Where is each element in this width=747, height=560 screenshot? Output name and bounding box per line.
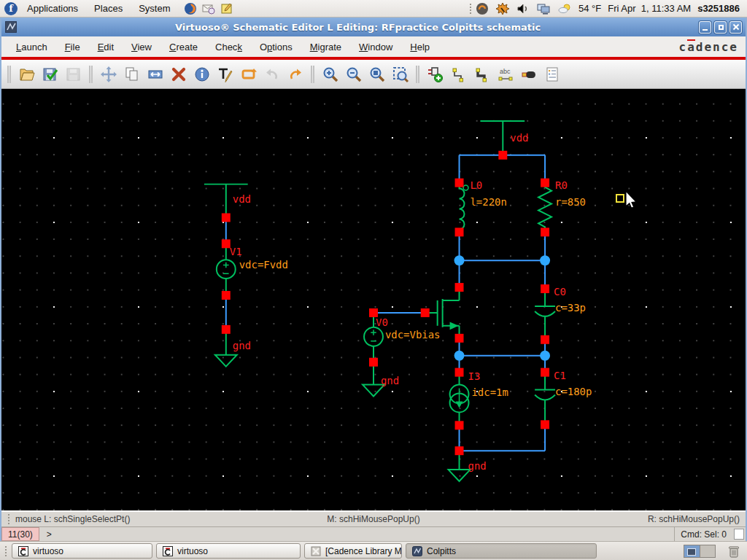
instance-l0[interactable]: L0 l=220n bbox=[460, 179, 507, 233]
zoom-to-area-button[interactable] bbox=[390, 63, 411, 86]
command-counter: 11(30) bbox=[1, 527, 39, 541]
copy-button[interactable] bbox=[121, 63, 143, 86]
nmos-source-arrow bbox=[450, 322, 459, 330]
param-i3: idc=1m bbox=[471, 386, 508, 398]
param-c0: c=33p bbox=[555, 302, 586, 314]
taskbar: virtuoso virtuoso [Cadence Library Man..… bbox=[0, 541, 747, 560]
param-c1: c=180p bbox=[555, 386, 592, 397]
panel-menu-system[interactable]: System bbox=[132, 1, 177, 15]
menu-migrate[interactable]: Migrate bbox=[303, 39, 349, 55]
menu-bar-row: LaunchFileEditViewCreateCheckOptionsMigr… bbox=[1, 36, 746, 57]
command-input[interactable]: > bbox=[39, 527, 675, 541]
zoom-in-button[interactable] bbox=[320, 63, 341, 86]
svg-text:abc: abc bbox=[500, 68, 511, 75]
check-and-save-button[interactable] bbox=[39, 63, 61, 86]
weather-icon[interactable] bbox=[557, 2, 572, 15]
maximize-button[interactable] bbox=[714, 21, 727, 34]
selinux-icon[interactable] bbox=[476, 2, 489, 15]
toolbar-grip[interactable] bbox=[7, 66, 9, 83]
gnd-symbol-left[interactable]: gnd bbox=[215, 330, 251, 367]
toolbar-grip[interactable] bbox=[311, 66, 312, 83]
instance-c1[interactable]: C1 c=180p bbox=[535, 370, 592, 425]
net-label-gnd-main: gnd bbox=[468, 460, 486, 472]
zoom-out-button[interactable] bbox=[343, 63, 365, 86]
menu-help[interactable]: Help bbox=[403, 39, 437, 55]
close-button[interactable] bbox=[729, 21, 742, 34]
menu-create[interactable]: Create bbox=[162, 39, 205, 55]
instance-v1[interactable]: V1 vdc=Fvdd bbox=[217, 244, 288, 295]
network-monitor-icon[interactable] bbox=[536, 2, 551, 15]
clock-label[interactable]: Fri Apr 1, 11:33 AM bbox=[608, 3, 691, 14]
status-bar: mouse L: schSingleSelectPt() M: schHiMou… bbox=[1, 510, 746, 526]
status-right: R: schHiMousePopUp() bbox=[648, 514, 740, 524]
virtuoso-window-icon bbox=[412, 546, 422, 556]
open-button[interactable] bbox=[16, 63, 38, 86]
status-middle: M: schHiMousePopUp() bbox=[1, 514, 746, 524]
panel-menu-applications[interactable]: Applications bbox=[20, 1, 85, 15]
net-label-vdd-left: vdd bbox=[233, 193, 251, 205]
create-note-button[interactable] bbox=[541, 63, 563, 86]
minimize-button[interactable] bbox=[699, 21, 711, 34]
window-title: Virtuoso® Schematic Editor L Editing: RF… bbox=[17, 22, 699, 33]
workspace-2[interactable] bbox=[700, 545, 715, 557]
create-wide-wire-button[interactable] bbox=[471, 63, 493, 86]
solder-dots bbox=[454, 255, 550, 360]
instance-v0[interactable]: V0 vdc=Vbias bbox=[364, 313, 440, 362]
pointer-arrow-icon bbox=[626, 191, 636, 208]
instance-name-l0: L0 bbox=[470, 179, 482, 191]
snap-point-indicator bbox=[616, 195, 624, 202]
mail-icon[interactable] bbox=[202, 2, 215, 15]
taskbar-button-virtuoso-1[interactable]: virtuoso bbox=[12, 543, 152, 559]
move-button[interactable] bbox=[98, 63, 120, 86]
menu-options[interactable]: Options bbox=[252, 39, 300, 55]
edit-labels-button[interactable] bbox=[214, 63, 236, 86]
trash-icon[interactable] bbox=[727, 544, 741, 559]
vdd-symbol-left[interactable]: vdd bbox=[204, 184, 251, 218]
command-resize-grip[interactable] bbox=[734, 529, 744, 540]
create-wire-name-button[interactable]: abc bbox=[495, 63, 516, 86]
undo-button[interactable] bbox=[261, 63, 283, 86]
instance-i3[interactable]: I3 idc=1m bbox=[450, 370, 508, 426]
menu-window[interactable]: Window bbox=[352, 39, 400, 55]
toolbar-grip[interactable] bbox=[416, 66, 417, 83]
firefox-icon[interactable] bbox=[184, 2, 197, 15]
taskbar-button-library-manager[interactable]: [Cadence Library Man... bbox=[304, 543, 402, 559]
properties-button[interactable] bbox=[191, 63, 213, 86]
fedora-logo-icon[interactable]: f bbox=[4, 2, 18, 15]
volume-icon[interactable] bbox=[516, 2, 530, 15]
command-line: 11(30) > Cmd: Sel: 0 bbox=[1, 526, 746, 541]
zoom-to-fit-button[interactable] bbox=[366, 63, 388, 86]
panel-menu-places[interactable]: Places bbox=[88, 1, 129, 15]
delete-button[interactable] bbox=[168, 63, 190, 86]
menu-check[interactable]: Check bbox=[208, 39, 249, 55]
toolbar-grip[interactable] bbox=[89, 66, 90, 83]
create-pin-button[interactable] bbox=[518, 63, 540, 86]
screen: f ApplicationsPlacesSystem 54 °F Fri Apr… bbox=[0, 0, 747, 560]
virtuoso-window-icon bbox=[5, 21, 17, 33]
instance-c0[interactable]: C0 c=33p bbox=[535, 286, 586, 340]
vdd-symbol-main[interactable]: vdd bbox=[480, 121, 528, 155]
window-titlebar[interactable]: Virtuoso® Schematic Editor L Editing: RF… bbox=[1, 18, 746, 36]
gnd-symbol-main[interactable]: gnd bbox=[449, 451, 487, 481]
gnd-symbol-bias[interactable]: gnd bbox=[363, 362, 399, 397]
menu-file[interactable]: File bbox=[58, 39, 88, 55]
save-button[interactable] bbox=[63, 63, 85, 86]
menu-launch[interactable]: Launch bbox=[9, 39, 55, 55]
taskbar-button-virtuoso-2[interactable]: virtuoso bbox=[156, 543, 301, 559]
instance-name-r0: R0 bbox=[555, 179, 568, 191]
redo-button[interactable] bbox=[285, 63, 306, 86]
menu-view[interactable]: View bbox=[124, 39, 159, 55]
schematic-canvas[interactable]: vdd V1 vdc=Fvdd gnd bbox=[1, 89, 746, 510]
stretch-button[interactable] bbox=[144, 63, 166, 86]
workspace-switcher[interactable] bbox=[684, 545, 716, 558]
create-instance-button[interactable] bbox=[425, 63, 446, 86]
alert-icon[interactable] bbox=[495, 2, 510, 15]
menu-edit[interactable]: Edit bbox=[90, 39, 121, 55]
taskbar-grip bbox=[4, 545, 8, 557]
rotate-button[interactable] bbox=[238, 63, 260, 86]
taskbar-button-colpitts[interactable]: Colpitts bbox=[406, 543, 597, 559]
panel-menus: ApplicationsPlacesSystem bbox=[20, 1, 177, 15]
workspace-1[interactable] bbox=[684, 545, 700, 557]
notes-icon[interactable] bbox=[220, 2, 233, 15]
create-narrow-wire-button[interactable] bbox=[448, 63, 470, 86]
